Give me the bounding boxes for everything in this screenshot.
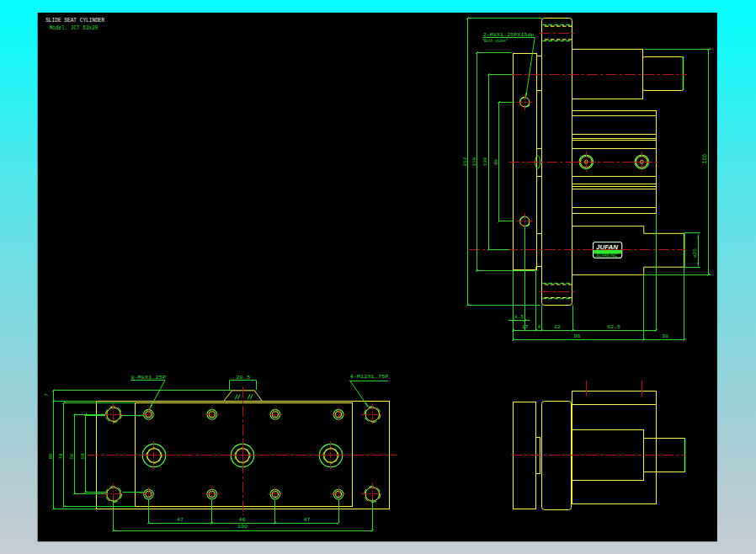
svg-text:2-M8X1.25PX15dp: 2-M8X1.25PX15dp bbox=[483, 32, 535, 38]
svg-text:4-M12X1.75P: 4-M12X1.75P bbox=[350, 374, 389, 380]
svg-text:46: 46 bbox=[239, 517, 246, 523]
svg-text:50: 50 bbox=[69, 453, 75, 460]
svg-text:80: 80 bbox=[48, 453, 54, 460]
svg-text:8.5: 8.5 bbox=[514, 314, 524, 320]
svg-text:62.5: 62.5 bbox=[607, 324, 620, 330]
svg-text:30: 30 bbox=[662, 333, 668, 339]
svg-text:4: 4 bbox=[538, 324, 541, 330]
svg-text:JU FAN INC: JU FAN INC bbox=[596, 253, 618, 258]
svg-text:47: 47 bbox=[177, 517, 184, 523]
svg-text:130: 130 bbox=[482, 157, 488, 166]
svg-text:8-M8X1.25P: 8-M8X1.25P bbox=[130, 375, 166, 381]
svg-text:58: 58 bbox=[80, 453, 86, 460]
svg-text:80: 80 bbox=[493, 158, 499, 165]
svg-text:166: 166 bbox=[702, 154, 708, 164]
svg-text:22: 22 bbox=[554, 324, 561, 330]
svg-text:*Both sides*: *Both sides* bbox=[482, 39, 508, 43]
svg-text:JUFAN: JUFAN bbox=[596, 244, 618, 250]
svg-text:7: 7 bbox=[45, 393, 51, 397]
svg-text:20.5: 20.5 bbox=[236, 375, 250, 381]
svg-text:96: 96 bbox=[574, 333, 581, 339]
svg-text:150: 150 bbox=[471, 157, 477, 166]
svg-text:190: 190 bbox=[237, 524, 248, 530]
svg-text:SLIDE SEAT CYLINDER: SLIDE SEAT CYLINDER bbox=[45, 17, 105, 24]
svg-text:78: 78 bbox=[58, 453, 64, 460]
svg-text:17: 17 bbox=[522, 324, 529, 330]
svg-text:47: 47 bbox=[304, 517, 311, 523]
svg-text:Model. JCT 63x20: Model. JCT 63x20 bbox=[49, 24, 98, 31]
svg-text:212: 212 bbox=[462, 157, 468, 166]
svg-text:ø25: ø25 bbox=[692, 248, 698, 258]
